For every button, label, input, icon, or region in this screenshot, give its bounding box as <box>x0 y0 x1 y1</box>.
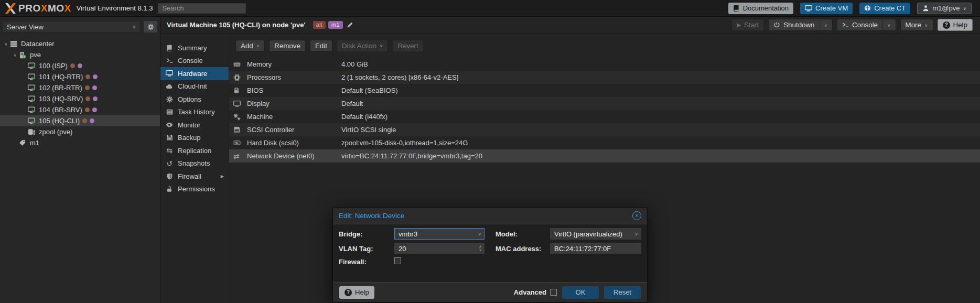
firewall-label: Firewall: <box>339 258 394 266</box>
vm-menu-console[interactable]: Console <box>160 55 229 68</box>
tree-item-datacenter[interactable]: ∨ Datacenter <box>0 38 160 49</box>
vm-icon <box>28 95 38 103</box>
cube-icon <box>864 5 871 12</box>
edit-button[interactable]: Edit <box>310 40 332 52</box>
vm-menu-options[interactable]: Options <box>160 93 229 106</box>
header-buttons: Documentation Create VM Create CT m1@pve… <box>728 3 972 14</box>
hw-row-processors[interactable]: Processors 2 (1 sockets, 2 cores) [x86-6… <box>229 71 980 84</box>
terminal-icon <box>165 57 174 64</box>
db-icon <box>233 126 247 134</box>
chevron-down-icon: ∨ <box>256 44 260 48</box>
advanced-checkbox[interactable] <box>550 289 557 296</box>
more-button[interactable]: More ∨ <box>900 19 933 31</box>
view-selector[interactable]: Server View ∨ <box>2 21 141 33</box>
console-menu-caret[interactable]: ∨ <box>882 20 891 30</box>
tag-dot <box>92 107 97 112</box>
history-icon: ↺ <box>165 160 174 167</box>
mac-input[interactable] <box>550 243 641 254</box>
tag-dot <box>85 96 90 101</box>
tag-dot <box>70 63 75 68</box>
vm-menu-cloud-init[interactable]: Cloud-Init <box>160 80 229 93</box>
expander-icon[interactable]: ∨ <box>11 52 19 57</box>
vm-header: Virtual Machine 105 (HQ-CLI) on node 'pv… <box>160 17 980 34</box>
dialog-footer: ? Help Advanced OK Reset <box>333 282 647 302</box>
display-icon <box>233 100 247 107</box>
tree-settings-button[interactable] <box>144 21 157 33</box>
vm-menu-replication[interactable]: ⇆ Replication <box>160 144 229 157</box>
tree-item-105-hq-cli[interactable]: 105 (HQ-CLI) <box>0 115 160 126</box>
tree-item-102-br-rtr[interactable]: 102 (BR-RTR) <box>0 82 160 93</box>
bridge-combo[interactable]: ∨ <box>394 228 484 240</box>
vm-menu-task-history[interactable]: Task History <box>160 106 229 119</box>
vlan-input[interactable] <box>394 243 484 254</box>
mac-field[interactable] <box>550 243 641 254</box>
tree-item-pve[interactable]: ∨ pve <box>0 49 160 60</box>
power-icon <box>773 21 780 28</box>
search-input[interactable] <box>158 3 246 14</box>
start-button[interactable]: ▶ Start <box>731 19 764 31</box>
vm-menu-snapshots[interactable]: ↺ Snapshots <box>160 157 229 170</box>
help-button[interactable]: ? Help <box>938 19 973 31</box>
hw-row-display[interactable]: Display Default <box>229 97 980 110</box>
hw-row-scsi-controller[interactable]: SCSI Controller VirtIO SCSI single <box>229 123 980 136</box>
hw-row-machine[interactable]: Machine Default (i440fx) <box>229 110 980 123</box>
vm-menu-summary[interactable]: Summary <box>160 41 229 55</box>
monitor-icon <box>805 5 812 12</box>
add-button[interactable]: Add ∨ <box>235 40 265 52</box>
tree-item-m1[interactable]: m1 <box>0 137 160 148</box>
tree-item-101-hq-rtr[interactable]: 101 (HQ-RTR) <box>0 71 160 82</box>
proxmox-logo-icon <box>4 3 17 14</box>
shutdown-menu-caret[interactable]: ∨ <box>820 20 828 30</box>
create-vm-button[interactable]: Create VM <box>800 3 853 14</box>
create-ct-button[interactable]: Create CT <box>859 3 910 14</box>
firewall-checkbox[interactable] <box>394 257 401 264</box>
hw-row-memory[interactable]: Memory 4.00 GiB <box>229 58 980 71</box>
hw-row-bios[interactable]: BIOS Default (SeaBIOS) <box>229 84 980 97</box>
vm-menu: Summary Console Hardware Cloud-Init Opti… <box>160 34 229 303</box>
remove-button[interactable]: Remove <box>269 40 306 52</box>
tag-dot <box>85 85 90 90</box>
console-button[interactable]: Console ∨ <box>837 19 896 31</box>
vm-menu-hardware[interactable]: Hardware <box>160 67 229 80</box>
hw-row-hard-disk-scsi0[interactable]: Hard Disk (scsi0) zpool:vm-105-disk-0,io… <box>229 136 980 149</box>
documentation-button[interactable]: Documentation <box>728 3 793 14</box>
dialog-help-button[interactable]: ? Help <box>339 286 374 299</box>
reset-button[interactable]: Reset <box>604 286 641 299</box>
dialog-body: Bridge: ∨ Model: ∨ VLAN Tag: ∧∨ MAC addr… <box>333 224 647 266</box>
vm-icon <box>28 73 38 81</box>
vm-menu-firewall[interactable]: Firewall ▶ <box>160 170 229 183</box>
list-icon <box>165 109 174 115</box>
hardware-toolbar: Add ∨ Remove Edit Disk Action ∨ Revert <box>229 34 980 58</box>
tag-dot <box>90 118 94 123</box>
shutdown-button[interactable]: Shutdown ∨ <box>768 19 833 31</box>
dialog-header[interactable]: Edit: Network Device × <box>333 208 647 224</box>
gear-icon <box>165 96 174 103</box>
ok-button[interactable]: OK <box>562 286 599 299</box>
vm-menu-monitor[interactable]: Monitor <box>160 118 229 132</box>
edit-tags-icon[interactable] <box>347 22 353 28</box>
expander-icon[interactable]: ∨ <box>2 41 10 46</box>
net-icon: ⇄ <box>233 153 247 160</box>
display-icon <box>165 70 174 77</box>
revert-button[interactable]: Revert <box>392 40 423 52</box>
hw-row-network-device-net0[interactable]: ⇄ Network Device (net0) virtio=BC:24:11:… <box>229 149 980 163</box>
resource-tree-panel: Server View ∨ ∨ Datacenter ∨ pve 100 (IS… <box>0 17 160 303</box>
shield-icon <box>165 173 174 180</box>
cloud-icon <box>165 83 174 90</box>
storage-icon <box>28 128 38 136</box>
vlan-spinner[interactable]: ∧∨ <box>394 243 484 254</box>
model-input[interactable] <box>550 228 641 240</box>
terminal-icon <box>842 21 849 28</box>
vm-menu-backup[interactable]: Backup <box>160 132 229 145</box>
chevron-down-icon: ∨ <box>132 25 136 29</box>
tree-item-103-hq-srv[interactable]: 103 (HQ-SRV) <box>0 93 160 104</box>
tree-item-zpool-pve[interactable]: zpool (pve) <box>0 126 160 137</box>
tree-item-104-br-srv[interactable]: 104 (BR-SRV) <box>0 104 160 115</box>
user-menu-button[interactable]: m1@pve ∨ <box>917 3 972 14</box>
tree-item-100-isp[interactable]: 100 (ISP) <box>0 60 160 71</box>
model-combo[interactable]: ∨ <box>550 228 641 240</box>
bridge-input[interactable] <box>394 228 484 240</box>
disk-action-button[interactable]: Disk Action ∨ <box>337 40 389 52</box>
close-icon[interactable]: × <box>632 211 641 220</box>
vm-menu-permissions[interactable]: Permissions <box>160 183 229 196</box>
